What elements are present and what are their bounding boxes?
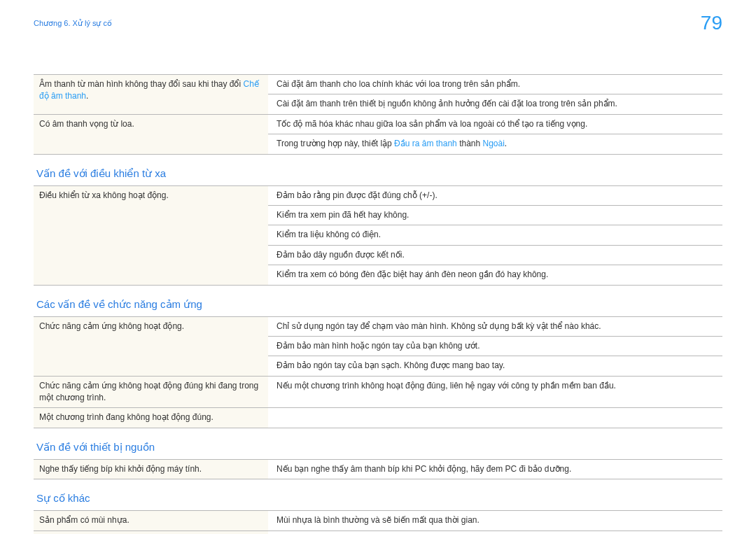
page-number: 79 xyxy=(701,12,722,34)
section-heading-remote: Vấn đề với điều khiển từ xa xyxy=(34,155,722,185)
section-heading-touch: Các vấn đề về chức năng cảm ứng xyxy=(34,286,722,316)
problem-cell: Chức năng cảm ứng không hoạt động đúng k… xyxy=(34,376,268,408)
problem-cell: Điều khiển từ xa không hoạt động. xyxy=(34,185,268,285)
solution-cell: Kiểm tra xem pin đã hết hay không. xyxy=(268,205,722,225)
solution-cell: Kiểm tra liệu không có điện. xyxy=(268,225,722,245)
solution-cell: Đảm bảo rằng pin được đặt đúng chỗ (+/-)… xyxy=(268,185,722,205)
problem-cell: Sản phẩm có mùi nhựa. xyxy=(34,511,268,531)
solution-cell xyxy=(268,408,722,428)
solution-cell: Cài đặt âm thanh cho loa chính khác với … xyxy=(268,75,722,94)
problem-cell: Nghe thấy tiếng bíp khi khởi động máy tí… xyxy=(34,459,268,479)
section-heading-other: Sự cố khác xyxy=(34,479,722,510)
content-area: Âm thanh từ màn hình không thay đổi sau … xyxy=(34,74,722,534)
solution-cell: Trong trường hợp này, thiết lập Đầu ra â… xyxy=(268,134,722,154)
page-header: Chương 6. Xử lý sự cố 79 xyxy=(34,0,722,36)
solution-cell: Mùi nhựa là bình thường và sẽ biến mất q… xyxy=(268,511,722,531)
problem-cell: Âm thanh từ màn hình không thay đổi sau … xyxy=(34,75,268,115)
chapter-breadcrumb: Chương 6. Xử lý sự cố xyxy=(34,19,112,28)
problem-cell: Màn hình bị nghiêng. xyxy=(34,531,268,534)
solution-cell: Nếu một chương trình không hoạt động đún… xyxy=(268,376,722,408)
solution-cell: Đảm bảo màn hình hoặc ngón tay của bạn k… xyxy=(268,336,722,356)
problem-cell: Chức năng cảm ứng không hoạt động. xyxy=(34,316,268,376)
solution-cell: Kiểm tra xem có bóng đèn đặc biệt hay án… xyxy=(268,265,722,285)
section-table-sound: Âm thanh từ màn hình không thay đổi sau … xyxy=(34,74,722,155)
solution-cell: Đảm bảo ngón tay của bạn sạch. Không đượ… xyxy=(268,356,722,376)
problem-cell: Một chương trình đang không hoạt động đú… xyxy=(34,408,268,428)
section-table-touch: Chức năng cảm ứng không hoạt động. Chỉ s… xyxy=(34,316,722,428)
solution-cell: Cài đặt âm thanh trên thiết bị nguồn khô… xyxy=(268,94,722,114)
solution-cell: Tháo, rồi sau đó gắn lại chân đế vào sản… xyxy=(268,531,722,534)
section-table-source: Nghe thấy tiếng bíp khi khởi động máy tí… xyxy=(34,459,722,479)
solution-cell: Đảm bảo dây nguồn được kết nối. xyxy=(268,245,722,265)
solution-cell: Tốc độ mã hóa khác nhau giữa loa sản phẩ… xyxy=(268,114,722,134)
problem-cell: Có âm thanh vọng từ loa. xyxy=(34,114,268,154)
section-heading-source: Vấn đề với thiết bị nguồn xyxy=(34,428,722,459)
section-table-other: Sản phẩm có mùi nhựa. Mùi nhựa là bình t… xyxy=(34,510,722,534)
solution-cell: Nếu bạn nghe thấy âm thanh bíp khi PC kh… xyxy=(268,459,722,479)
section-table-remote: Điều khiển từ xa không hoạt động. Đảm bả… xyxy=(34,185,722,286)
solution-cell: Chỉ sử dụng ngón tay để chạm vào màn hìn… xyxy=(268,316,722,336)
